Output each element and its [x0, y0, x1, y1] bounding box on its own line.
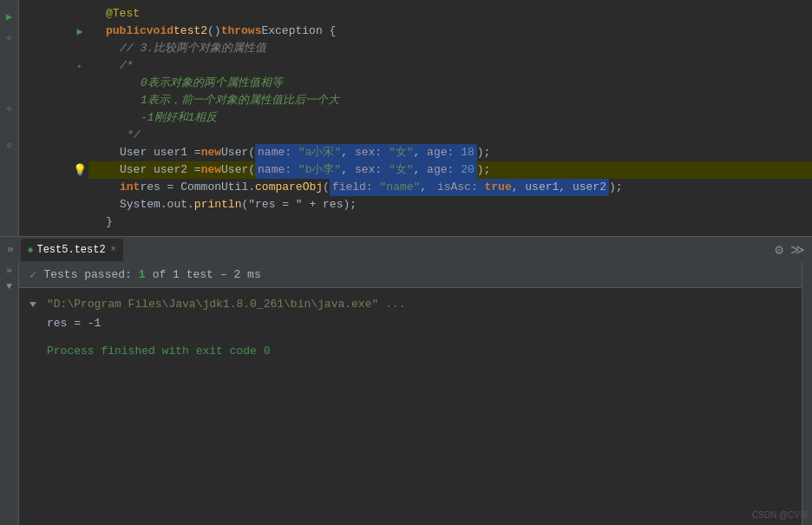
gutter-fold-icon[interactable]: ▸: [71, 57, 88, 75]
output-chevron-down[interactable]: [29, 295, 40, 314]
code-res-decl: res = CommonUtil.: [140, 179, 255, 196]
code-line-13: }: [88, 213, 812, 231]
code-compareobj-close: );: [609, 179, 623, 196]
keyword-int: int: [120, 179, 140, 196]
gutter-empty-8: [71, 179, 88, 196]
method-println: println: [194, 196, 242, 213]
user2-params-highlight: name: "b小李", sex: "女", age: 20: [255, 161, 477, 179]
gutter-empty-7: [71, 144, 88, 161]
output-cmd-text: "D:\Program Files\Java\jdk1.8.0_261\bin\…: [47, 295, 405, 314]
param-sep-2: ,: [414, 146, 428, 159]
fold-icon[interactable]: ⬦: [0, 28, 19, 47]
code-dot: .: [187, 196, 194, 213]
code-line-8: */: [88, 127, 812, 144]
param-label-isasc: isAsc:: [434, 180, 485, 194]
gutter-bulb-icon[interactable]: 💡: [71, 161, 88, 179]
tab-diamond-icon: ◆: [28, 244, 34, 255]
fold-icon-3[interactable]: ⬦: [0, 135, 19, 154]
code-user1-close: );: [477, 144, 491, 161]
annotation-test: @Test: [106, 5, 140, 23]
code-line-7: -1刚好和1相反: [88, 109, 812, 127]
editor-left-sidebar: ▶ ⬦ ⬦ ⬦: [0, 0, 19, 236]
comment-close: */: [127, 127, 141, 144]
param-label-name-2: name:: [258, 163, 298, 176]
tab-bar-actions: ⚙ ≫: [775, 241, 805, 259]
gutter-empty-2: [71, 40, 88, 57]
param-sep-3: ,: [341, 163, 355, 176]
tab-close-btn[interactable]: ×: [111, 245, 116, 254]
output-status-row: ✓ Tests passed: 1 of 1 test – 2 ms: [29, 267, 261, 282]
comment-open: /*: [120, 57, 134, 75]
more-btn[interactable]: ≫: [790, 241, 805, 259]
code-line-6: 1表示，前一个对象的属性值比后一个大: [88, 92, 812, 109]
keyword-public: public: [106, 23, 147, 40]
output-blank-line: [29, 333, 791, 342]
user1-params-highlight: name: "a小宋", sex: "女", age: 18: [255, 144, 477, 161]
output-section: » ▼ ✓ Tests passed: 1 of 1 test – 2 ms: [0, 262, 812, 525]
tests-passed-count: 1: [139, 268, 146, 281]
gutter-empty-1: [71, 5, 88, 23]
keyword-void: void: [147, 23, 174, 40]
param-val-sex-1: "女": [389, 146, 414, 159]
code-line-5: 0表示对象的两个属性值相等: [88, 75, 812, 92]
code-line-10: User user2 = new User( name: "b小李", sex:…: [88, 161, 812, 179]
code-lines: @Test public void test2 () throws Except…: [88, 5, 812, 231]
gutter-empty-6: [71, 127, 88, 144]
comment-line-1: // 3.比较两个对象的属性值: [120, 40, 266, 57]
gutter-empty-5: [71, 109, 88, 127]
method-test2: test2: [174, 23, 207, 40]
param-val-name-1: "a小宋": [298, 146, 341, 159]
param-user-args: , user1, user2: [512, 180, 606, 194]
output-header: ✓ Tests passed: 1 of 1 test – 2 ms: [19, 262, 802, 288]
code-close-brace: }: [106, 213, 113, 231]
code-system: System.: [120, 196, 167, 213]
output-collapse-btn[interactable]: ▼: [6, 281, 12, 292]
code-line-9: User user1 = new User( name: "a小宋", sex:…: [88, 144, 812, 161]
gutter-empty-4: [71, 92, 88, 109]
code-line-12: System. out . println ("res = " + res);: [88, 196, 812, 213]
output-result-text: res = -1: [47, 314, 101, 333]
method-compareobj: compareObj: [255, 179, 323, 196]
code-compareobj-open: (: [323, 179, 330, 196]
fold-icon-2[interactable]: ⬦: [0, 99, 19, 118]
param-label-age-2: age:: [427, 163, 461, 176]
tab-bar: » ◆ Test5.test2 × ⚙ ≫: [0, 236, 812, 262]
output-process-text: Process finished with exit code 0: [47, 342, 270, 361]
comment-cn-2: 1表示，前一个对象的属性值比后一个大: [141, 92, 339, 109]
code-line-11: int res = CommonUtil. compareObj ( field…: [88, 179, 812, 196]
keyword-throws: throws: [221, 23, 262, 40]
tab-expand-btn[interactable]: »: [7, 243, 14, 256]
tab-test5-test2[interactable]: ◆ Test5.test2 ×: [21, 239, 123, 261]
output-cmd-line: "D:\Program Files\Java\jdk1.8.0_261\bin\…: [29, 295, 791, 314]
code-parens-1: (): [207, 23, 221, 40]
gutter-empty-10: [71, 213, 88, 231]
gutter-empty-9: [71, 196, 88, 213]
code-user1-class: User(: [221, 144, 255, 161]
gutter-run-icon[interactable]: ▶: [71, 23, 88, 40]
run-icon[interactable]: ▶: [0, 7, 19, 26]
editor-section: ▶ ⬦ ⬦ ⬦: [0, 0, 812, 236]
keyword-new-1: new: [201, 144, 221, 161]
output-scrollbar[interactable]: [802, 262, 812, 525]
param-sep-1: ,: [341, 146, 355, 159]
param-comma: ,: [420, 180, 434, 194]
param-val-age-1: 18: [461, 146, 475, 159]
param-val-field: "name": [379, 180, 420, 194]
param-sep-4: ,: [414, 163, 428, 176]
output-main: ✓ Tests passed: 1 of 1 test – 2 ms "D:\P…: [19, 262, 802, 525]
tests-of-label: of 1 test: [153, 268, 213, 281]
param-val-name-2: "b小李": [298, 163, 341, 176]
param-val-age-2: 20: [461, 163, 475, 176]
param-val-isasc: true: [485, 180, 512, 194]
keyword-new-2: new: [201, 161, 221, 179]
code-line-3: // 3.比较两个对象的属性值: [88, 40, 812, 57]
compareobj-params-highlight: field: "name", isAsc: true, user1, user2: [330, 179, 609, 196]
code-user2-decl: User user2 =: [120, 161, 201, 179]
param-label-name-1: name:: [258, 146, 298, 159]
settings-btn[interactable]: ⚙: [775, 241, 783, 259]
output-left-sidebar: » ▼: [0, 262, 19, 525]
code-user2-close: );: [477, 161, 491, 179]
param-label-field: field:: [332, 180, 380, 194]
code-line-1: @Test: [88, 5, 812, 23]
output-expand-btn[interactable]: »: [6, 266, 12, 276]
